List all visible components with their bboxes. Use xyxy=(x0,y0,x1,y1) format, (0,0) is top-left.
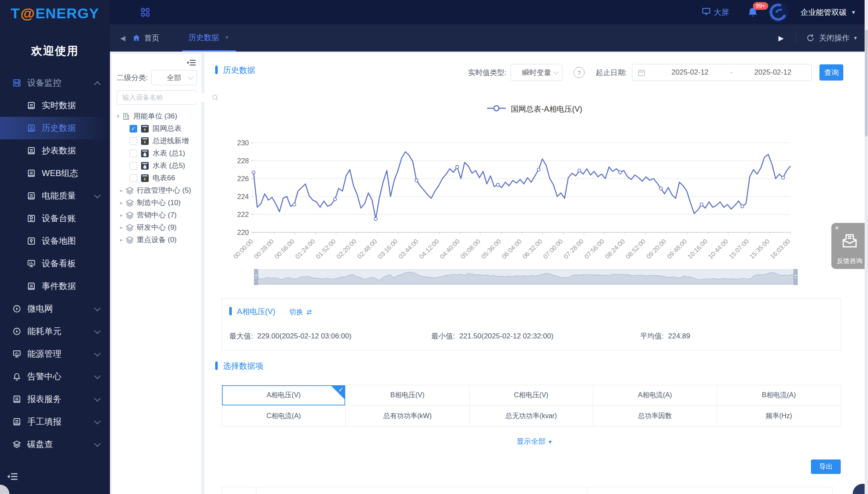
device-checkbox[interactable] xyxy=(130,174,137,182)
sidebar-collapse-icon[interactable] xyxy=(7,471,18,482)
close-operations-button[interactable]: 关闭操作 xyxy=(819,33,850,43)
sidebar-item-设备监控[interactable]: 设备监控 xyxy=(0,72,110,94)
back-arrow-icon[interactable]: ◀ xyxy=(120,34,125,42)
tab-history-data[interactable]: 历史数据 × xyxy=(182,24,236,52)
svg-text:226: 226 xyxy=(237,175,249,182)
feedback-close-icon[interactable]: × xyxy=(835,224,839,232)
data-item-总有功功率(kW)[interactable]: 总有功功率(kW) xyxy=(346,406,469,426)
device-checkbox[interactable] xyxy=(130,162,137,170)
topbar-right: 大屏 99+ 企业能管双碳 ▼ xyxy=(702,2,856,23)
stat-avg-label: 平均值: xyxy=(640,332,664,340)
tree-closed-icon[interactable]: ▸ xyxy=(118,237,124,243)
data-item-总功率因数[interactable]: 总功率因数 xyxy=(593,406,717,426)
tree-closed-icon[interactable]: ▸ xyxy=(118,224,124,231)
tree-group-制造中心 (10)[interactable]: ▸制造中心 (10) xyxy=(112,196,201,209)
sidebar-item-微电网[interactable]: 微电网 xyxy=(0,298,110,320)
sidebar-item-设备看板[interactable]: 设备看板 xyxy=(0,252,110,275)
close-ops-caret-icon[interactable]: ▼ xyxy=(853,35,858,40)
feedback-widget[interactable]: × 反馈咨询 xyxy=(831,223,868,269)
data-item-C相电流(A)[interactable]: C相电流(A) xyxy=(222,406,346,426)
device-search-input[interactable] xyxy=(121,93,211,102)
book-icon xyxy=(26,101,36,110)
query-button[interactable]: 查询 xyxy=(819,64,843,81)
device-checkbox[interactable] xyxy=(130,137,137,145)
stat-avg-value: 224.89 xyxy=(668,332,690,340)
datazoom-slider[interactable] xyxy=(256,269,796,285)
data-item-频率(Hz)[interactable]: 频率(Hz) xyxy=(717,406,841,426)
line-chart[interactable]: 22022222422622823000:00:0000:28:0000:56:… xyxy=(228,138,799,278)
data-item-A相电压(V)[interactable]: A相电压(V)✓ xyxy=(222,385,346,406)
tree-closed-icon[interactable]: ▸ xyxy=(118,199,124,206)
realtime-type-select[interactable]: 瞬时变量 xyxy=(510,64,562,81)
device-checkbox[interactable] xyxy=(130,150,137,157)
sidebar-menu: 设备监控实时数据历史数据抄表数据WEB组态电能质量设备台账设备地图设备看板事件数… xyxy=(0,72,110,456)
sidebar-item-设备台账[interactable]: 设备台账 xyxy=(0,207,110,230)
show-all-link[interactable]: 显示全部 ▼ xyxy=(205,436,865,446)
svg-text:07:28:00: 07:28:00 xyxy=(562,237,585,260)
home-tab[interactable]: 首页 xyxy=(132,33,159,43)
group-label: 制造中心 (10) xyxy=(137,198,181,208)
tree-root-node[interactable]: ▾ 用能单位 (36) xyxy=(112,110,201,122)
tree-closed-icon[interactable]: ▸ xyxy=(118,187,124,194)
org-caret-down-icon[interactable]: ▼ xyxy=(851,9,856,15)
org-selector[interactable]: 企业能管双碳 xyxy=(801,7,847,17)
tree-open-icon[interactable]: ▾ xyxy=(115,113,121,119)
tree-device-总进线新增[interactable]: 总进线新增 xyxy=(112,135,201,147)
datazoom-right-handle[interactable] xyxy=(793,269,798,285)
layers-icon xyxy=(125,211,134,220)
tree-device-水表 (总1)[interactable]: 水表 (总1) xyxy=(112,147,201,159)
scrollbar[interactable] xyxy=(865,0,868,494)
category-value: 全部 xyxy=(167,73,181,83)
svg-text:09:48:00: 09:48:00 xyxy=(666,237,688,260)
switch-param-link[interactable]: 切换 xyxy=(289,308,313,317)
tree-device-水表 (总5)[interactable]: 水表 (总5) xyxy=(112,159,201,172)
refresh-icon[interactable] xyxy=(806,34,815,42)
datazoom-left-handle[interactable] xyxy=(254,269,258,285)
help-icon[interactable]: ? xyxy=(574,67,585,78)
notification-bell-icon[interactable]: 99+ xyxy=(747,6,759,18)
device-checkbox[interactable]: ✓ xyxy=(130,125,137,133)
avatar[interactable] xyxy=(768,2,789,23)
sidebar-item-能源管理[interactable]: 能源管理 xyxy=(0,343,110,365)
sidebar-item-抄表数据[interactable]: 抄表数据 xyxy=(0,139,110,162)
tree-device-电表66[interactable]: 电表66 xyxy=(112,172,201,184)
sidebar-item-报表服务[interactable]: 报表服务 xyxy=(0,388,110,410)
data-item-B相电流(A)[interactable]: B相电流(A) xyxy=(717,385,841,406)
tree-group-行政管理中心 (5)[interactable]: ▸行政管理中心 (5) xyxy=(112,184,201,196)
data-item-label: 总无功功率(kvar) xyxy=(505,412,557,421)
date-range-picker[interactable]: 2025-02-12 - 2025-02-12 xyxy=(632,64,812,81)
tree-group-重点设备 (0)[interactable]: ▸重点设备 (0) xyxy=(112,234,201,246)
data-item-B相电压(V)[interactable]: B相电压(V) xyxy=(346,385,469,406)
sidebar-item-WEB组态[interactable]: WEB组态 xyxy=(0,162,110,185)
sidebar-item-设备地图[interactable]: 设备地图 xyxy=(0,230,110,252)
tab-close-icon[interactable]: × xyxy=(223,34,230,41)
sidebar-item-电能质量[interactable]: 电能质量 xyxy=(0,185,110,207)
export-button[interactable]: 导出 xyxy=(811,459,841,474)
sidebar-item-告警中心[interactable]: 告警中心 xyxy=(0,365,110,388)
sidebar-item-碳盘查[interactable]: 碳盘查 xyxy=(0,433,110,456)
scrollbar-thumb[interactable] xyxy=(865,30,868,136)
tree-closed-icon[interactable]: ▸ xyxy=(118,212,124,218)
sidebar-item-实时数据[interactable]: 实时数据 xyxy=(0,94,110,117)
apps-grid-icon[interactable] xyxy=(140,7,151,18)
svg-text:01:52:00: 01:52:00 xyxy=(314,237,337,260)
big-screen-button[interactable]: 大屏 xyxy=(702,7,729,18)
sidebar-item-能耗单元[interactable]: 能耗单元 xyxy=(0,320,110,343)
sidebar-item-历史数据[interactable]: 历史数据 xyxy=(0,117,110,139)
end-date-value[interactable]: 2025-02-12 xyxy=(734,68,811,77)
forward-arrow-icon[interactable]: ▶ xyxy=(779,34,784,42)
data-item-总无功功率(kvar)[interactable]: 总无功功率(kvar) xyxy=(470,406,593,426)
start-date-value[interactable]: 2025-02-12 xyxy=(652,68,729,77)
data-item-A相电流(A)[interactable]: A相电流(A) xyxy=(593,385,717,406)
tree-group-研发中心 (9)[interactable]: ▸研发中心 (9) xyxy=(112,221,201,234)
tree-group-营销中心 (7)[interactable]: ▸营销中心 (7) xyxy=(112,209,201,221)
tree-collapse-icon[interactable] xyxy=(187,58,196,67)
sidebar-item-事件数据[interactable]: 事件数据 xyxy=(0,275,110,298)
chart-legend[interactable]: 国网总表-A相电压(V) xyxy=(205,104,865,114)
category-select[interactable]: 全部 xyxy=(151,70,197,85)
chevron-down-icon xyxy=(94,305,101,312)
tree-device-国网总表[interactable]: ✓国网总表 xyxy=(112,122,201,135)
data-item-C相电压(V)[interactable]: C相电压(V) xyxy=(470,385,593,406)
stat-avg: 平均值:224.89 xyxy=(640,331,690,341)
sidebar-item-手工填报[interactable]: 手工填报 xyxy=(0,410,110,433)
